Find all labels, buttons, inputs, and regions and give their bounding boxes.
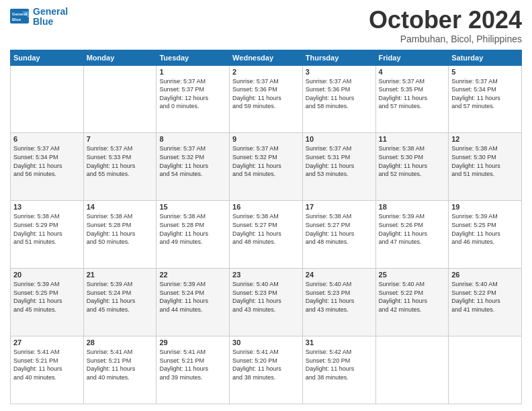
day-number: 24 <box>306 271 373 279</box>
day-content: Sunrise: 5:38 AM Sunset: 5:28 PM Dayligh… <box>159 212 226 246</box>
day-number: 30 <box>232 338 300 347</box>
day-content: Sunrise: 5:39 AM Sunset: 5:24 PM Dayligh… <box>87 280 154 314</box>
day-content: Sunrise: 5:40 AM Sunset: 5:22 PM Dayligh… <box>451 280 519 314</box>
day-number: 12 <box>451 135 519 143</box>
day-content: Sunrise: 5:38 AM Sunset: 5:30 PM Dayligh… <box>379 144 446 178</box>
day-number: 26 <box>451 271 519 279</box>
calendar-cell <box>83 65 157 133</box>
calendar-cell <box>11 65 84 133</box>
day-content: Sunrise: 5:41 AM Sunset: 5:21 PM Dayligh… <box>87 348 154 381</box>
day-number: 2 <box>232 68 300 76</box>
calendar-cell: 21Sunrise: 5:39 AM Sunset: 5:24 PM Dayli… <box>83 269 157 336</box>
day-content: Sunrise: 5:40 AM Sunset: 5:23 PM Dayligh… <box>232 280 300 314</box>
day-content: Sunrise: 5:37 AM Sunset: 5:35 PM Dayligh… <box>379 77 446 111</box>
calendar-week-5: 27Sunrise: 5:41 AM Sunset: 5:21 PM Dayli… <box>11 336 522 404</box>
day-number: 8 <box>159 135 226 143</box>
day-content: Sunrise: 5:39 AM Sunset: 5:25 PM Dayligh… <box>451 212 519 246</box>
day-content: Sunrise: 5:38 AM Sunset: 5:30 PM Dayligh… <box>451 144 519 178</box>
calendar-cell: 18Sunrise: 5:39 AM Sunset: 5:26 PM Dayli… <box>375 201 449 269</box>
logo: General Blue General Blue <box>10 7 68 28</box>
day-content: Sunrise: 5:39 AM Sunset: 5:26 PM Dayligh… <box>379 212 446 246</box>
day-content: Sunrise: 5:42 AM Sunset: 5:20 PM Dayligh… <box>306 348 373 381</box>
day-number: 16 <box>232 203 300 211</box>
svg-text:Blue: Blue <box>12 17 21 21</box>
day-number: 23 <box>232 271 300 279</box>
day-content: Sunrise: 5:41 AM Sunset: 5:21 PM Dayligh… <box>13 348 81 381</box>
calendar-cell: 12Sunrise: 5:38 AM Sunset: 5:30 PM Dayli… <box>449 133 522 201</box>
calendar-cell: 8Sunrise: 5:37 AM Sunset: 5:32 PM Daylig… <box>157 133 230 201</box>
calendar-cell: 10Sunrise: 5:37 AM Sunset: 5:31 PM Dayli… <box>302 133 375 201</box>
calendar-week-1: 1Sunrise: 5:37 AM Sunset: 5:37 PM Daylig… <box>11 65 522 133</box>
calendar-cell: 5Sunrise: 5:37 AM Sunset: 5:34 PM Daylig… <box>449 65 522 133</box>
calendar-cell: 23Sunrise: 5:40 AM Sunset: 5:23 PM Dayli… <box>230 269 303 336</box>
calendar-cell: 20Sunrise: 5:39 AM Sunset: 5:25 PM Dayli… <box>11 269 84 336</box>
day-content: Sunrise: 5:37 AM Sunset: 5:31 PM Dayligh… <box>306 144 373 178</box>
calendar-cell: 24Sunrise: 5:40 AM Sunset: 5:23 PM Dayli… <box>302 269 375 336</box>
col-monday: Monday <box>83 50 157 65</box>
day-content: Sunrise: 5:37 AM Sunset: 5:36 PM Dayligh… <box>306 77 373 111</box>
day-number: 22 <box>159 271 226 279</box>
day-content: Sunrise: 5:37 AM Sunset: 5:32 PM Dayligh… <box>232 144 300 178</box>
calendar-body: 1Sunrise: 5:37 AM Sunset: 5:37 PM Daylig… <box>11 65 522 404</box>
logo-line2: Blue <box>33 17 68 27</box>
calendar-cell: 29Sunrise: 5:41 AM Sunset: 5:21 PM Dayli… <box>157 336 230 404</box>
calendar-table: Sunday Monday Tuesday Wednesday Thursday… <box>10 50 522 404</box>
day-content: Sunrise: 5:40 AM Sunset: 5:23 PM Dayligh… <box>306 280 373 314</box>
day-content: Sunrise: 5:38 AM Sunset: 5:29 PM Dayligh… <box>13 212 81 246</box>
calendar-cell: 7Sunrise: 5:37 AM Sunset: 5:33 PM Daylig… <box>83 133 157 201</box>
calendar-cell: 28Sunrise: 5:41 AM Sunset: 5:21 PM Dayli… <box>83 336 157 404</box>
day-number: 1 <box>159 68 226 76</box>
calendar-cell: 25Sunrise: 5:40 AM Sunset: 5:22 PM Dayli… <box>375 269 449 336</box>
logo-text: General Blue <box>33 7 68 28</box>
calendar-cell: 31Sunrise: 5:42 AM Sunset: 5:20 PM Dayli… <box>302 336 375 404</box>
day-content: Sunrise: 5:38 AM Sunset: 5:27 PM Dayligh… <box>232 212 300 246</box>
day-content: Sunrise: 5:37 AM Sunset: 5:36 PM Dayligh… <box>232 77 300 111</box>
col-saturday: Saturday <box>449 50 522 65</box>
day-content: Sunrise: 5:41 AM Sunset: 5:20 PM Dayligh… <box>232 348 300 381</box>
logo-line1: General <box>33 7 68 17</box>
calendar-cell: 1Sunrise: 5:37 AM Sunset: 5:37 PM Daylig… <box>157 65 230 133</box>
calendar-cell: 6Sunrise: 5:37 AM Sunset: 5:34 PM Daylig… <box>11 133 84 201</box>
day-number: 20 <box>13 271 81 279</box>
calendar-cell <box>449 336 522 404</box>
day-number: 21 <box>87 271 154 279</box>
day-number: 25 <box>379 271 446 279</box>
calendar-cell: 17Sunrise: 5:38 AM Sunset: 5:27 PM Dayli… <box>302 201 375 269</box>
logo-icon: General Blue <box>10 9 30 25</box>
day-number: 9 <box>232 135 300 143</box>
page: General Blue General Blue October 2024 P… <box>0 0 532 411</box>
day-number: 27 <box>13 338 81 347</box>
calendar-cell: 26Sunrise: 5:40 AM Sunset: 5:22 PM Dayli… <box>449 269 522 336</box>
calendar-cell: 3Sunrise: 5:37 AM Sunset: 5:36 PM Daylig… <box>302 65 375 133</box>
month-title: October 2024 <box>369 7 522 34</box>
title-block: October 2024 Pambuhan, Bicol, Philippine… <box>369 7 522 44</box>
day-content: Sunrise: 5:37 AM Sunset: 5:33 PM Dayligh… <box>87 144 154 178</box>
day-number: 4 <box>379 68 446 76</box>
day-content: Sunrise: 5:37 AM Sunset: 5:32 PM Dayligh… <box>159 144 226 178</box>
col-sunday: Sunday <box>11 50 84 65</box>
calendar-week-3: 13Sunrise: 5:38 AM Sunset: 5:29 PM Dayli… <box>11 201 522 269</box>
day-content: Sunrise: 5:40 AM Sunset: 5:22 PM Dayligh… <box>379 280 446 314</box>
calendar-header: Sunday Monday Tuesday Wednesday Thursday… <box>11 50 522 65</box>
day-number: 11 <box>379 135 446 143</box>
calendar-cell: 16Sunrise: 5:38 AM Sunset: 5:27 PM Dayli… <box>230 201 303 269</box>
day-number: 31 <box>306 338 373 347</box>
calendar-cell: 30Sunrise: 5:41 AM Sunset: 5:20 PM Dayli… <box>230 336 303 404</box>
day-number: 10 <box>306 135 373 143</box>
svg-text:General: General <box>12 12 28 16</box>
col-tuesday: Tuesday <box>157 50 230 65</box>
col-thursday: Thursday <box>302 50 375 65</box>
day-content: Sunrise: 5:41 AM Sunset: 5:21 PM Dayligh… <box>159 348 226 381</box>
calendar-cell: 2Sunrise: 5:37 AM Sunset: 5:36 PM Daylig… <box>230 65 303 133</box>
col-wednesday: Wednesday <box>230 50 303 65</box>
day-number: 14 <box>87 203 154 211</box>
day-content: Sunrise: 5:37 AM Sunset: 5:34 PM Dayligh… <box>13 144 81 178</box>
day-content: Sunrise: 5:39 AM Sunset: 5:25 PM Dayligh… <box>13 280 81 314</box>
day-content: Sunrise: 5:38 AM Sunset: 5:28 PM Dayligh… <box>87 212 154 246</box>
day-content: Sunrise: 5:37 AM Sunset: 5:34 PM Dayligh… <box>451 77 519 111</box>
day-content: Sunrise: 5:39 AM Sunset: 5:24 PM Dayligh… <box>159 280 226 314</box>
day-number: 18 <box>379 203 446 211</box>
day-number: 15 <box>159 203 226 211</box>
day-number: 19 <box>451 203 519 211</box>
calendar-cell: 22Sunrise: 5:39 AM Sunset: 5:24 PM Dayli… <box>157 269 230 336</box>
